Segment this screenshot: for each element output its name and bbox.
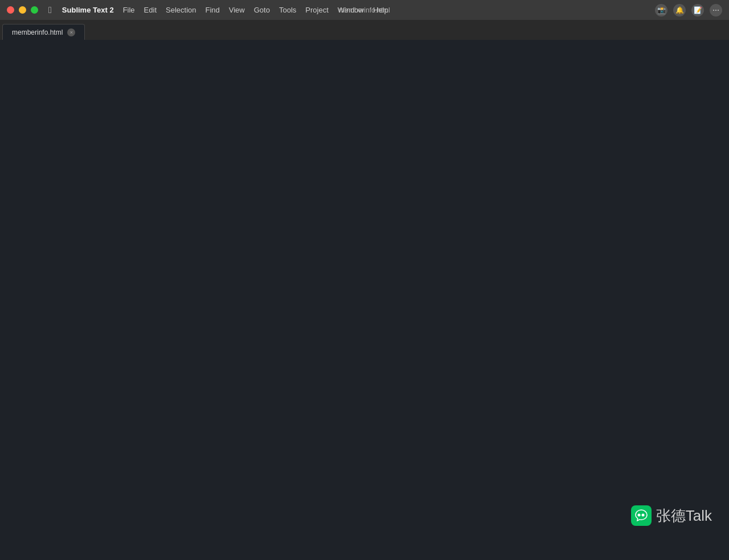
svg-point-0 — [637, 514, 640, 517]
right-icons: 📸 🔔 📝 ⋯ — [655, 4, 729, 17]
goto-menu[interactable]: Goto — [249, 0, 275, 20]
line-numbers — [0, 40, 27, 560]
tab-label: memberinfo.html — [12, 28, 63, 36]
find-menu[interactable]: Find — [200, 0, 224, 20]
editor — [0, 40, 729, 560]
tabbar: memberinfo.html × — [0, 20, 729, 40]
project-menu[interactable]: Project — [301, 0, 333, 20]
app-name-menu[interactable]: Sublime Text 2 — [58, 0, 118, 20]
tools-menu[interactable]: Tools — [275, 0, 301, 20]
svg-point-1 — [641, 514, 644, 517]
evernote-icon[interactable]: 📝 — [691, 4, 704, 17]
selection-menu[interactable]: Selection — [161, 0, 200, 20]
tab-memberinfo[interactable]: memberinfo.html × — [2, 24, 85, 40]
tab-close-button[interactable]: × — [67, 28, 75, 36]
apple-menu[interactable]:  — [43, 0, 58, 20]
edit-menu[interactable]: Edit — [140, 0, 161, 20]
wechat-icon[interactable]: 📸 — [655, 4, 667, 17]
view-menu[interactable]: View — [224, 0, 249, 20]
notification-icon[interactable]: 🔔 — [673, 4, 686, 17]
code-area[interactable] — [27, 40, 729, 560]
file-menu[interactable]: File — [118, 0, 140, 20]
maximize-button[interactable] — [31, 6, 38, 14]
traffic-lights — [0, 6, 38, 14]
wechat-watermark-icon — [631, 505, 652, 526]
titlebar:  Sublime Text 2 File Edit Selection Fin… — [0, 0, 729, 20]
watermark: 张德Talk — [631, 505, 712, 526]
extra-icon[interactable]: ⋯ — [710, 4, 722, 17]
watermark-text: 张德Talk — [656, 506, 712, 526]
window-title: memberinfo.html — [339, 6, 390, 14]
close-button[interactable] — [7, 6, 14, 14]
minimize-button[interactable] — [19, 6, 26, 14]
